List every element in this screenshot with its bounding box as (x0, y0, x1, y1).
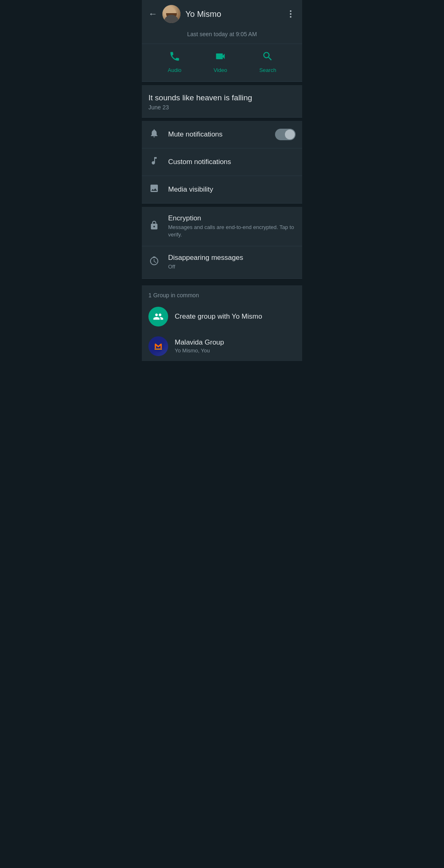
encryption-sublabel: Messages and calls are end-to-end encryp… (168, 224, 296, 238)
encryption-label: Encryption (168, 214, 296, 222)
disappearing-text: Disappearing messages Off (168, 254, 296, 271)
info-title: It sounds like heaven is falling (148, 93, 296, 102)
encryption-section: Encryption Messages and calls are end-to… (142, 207, 302, 279)
audio-label: Audio (168, 67, 181, 73)
info-section: It sounds like heaven is falling June 23 (142, 85, 302, 118)
section-divider-3 (142, 204, 302, 207)
toggle-knob (285, 130, 295, 139)
search-button[interactable]: Search (259, 51, 276, 73)
section-divider-2 (142, 118, 302, 121)
media-label: Media visibility (168, 185, 296, 194)
create-group-name: Create group with Yo Mismo (175, 312, 296, 321)
search-icon (262, 51, 273, 64)
create-group-item[interactable]: Create group with Yo Mismo (142, 302, 302, 331)
encryption-item[interactable]: Encryption Messages and calls are end-to… (142, 207, 302, 246)
section-divider-4 (142, 279, 302, 282)
custom-label: Custom notifications (168, 158, 296, 166)
mute-toggle[interactable] (275, 129, 296, 140)
malavida-group-item[interactable]: Malavida Group Yo Mismo, You (142, 331, 302, 361)
audio-call-button[interactable]: Audio (168, 51, 181, 73)
section-divider-1 (142, 82, 302, 85)
header: ← Yo Mismo (142, 0, 302, 28)
video-label: Video (214, 67, 227, 73)
create-group-avatar (148, 307, 168, 326)
media-visibility-item[interactable]: Media visibility (142, 176, 302, 203)
malavida-group-members: Yo Mismo, You (175, 347, 296, 354)
action-bar: Audio Video Search (142, 44, 302, 82)
disappearing-sublabel: Off (168, 263, 296, 271)
image-icon (148, 183, 160, 196)
music-icon (148, 156, 160, 168)
mute-label: Mute notifications (168, 130, 267, 139)
back-button[interactable]: ← (148, 9, 157, 19)
info-date: June 23 (148, 104, 296, 111)
mute-notifications-item[interactable]: Mute notifications (142, 121, 302, 148)
malavida-group-info: Malavida Group Yo Mismo, You (175, 338, 296, 354)
timer-icon (148, 256, 160, 269)
bell-icon (148, 128, 160, 141)
disappearing-messages-item[interactable]: Disappearing messages Off (142, 246, 302, 278)
avatar[interactable] (162, 5, 180, 23)
last-seen-text: Last seen today at 9:05 AM (187, 31, 257, 37)
search-label: Search (259, 67, 276, 73)
malavida-avatar (148, 336, 168, 356)
encryption-text: Encryption Messages and calls are end-to… (168, 214, 296, 238)
custom-notifications-item[interactable]: Custom notifications (142, 148, 302, 176)
phone-icon (169, 51, 180, 64)
video-icon (215, 51, 226, 64)
custom-text: Custom notifications (168, 158, 296, 166)
groups-header: 1 Group in common (142, 285, 302, 302)
malavida-group-name: Malavida Group (175, 338, 296, 347)
last-seen-bar: Last seen today at 9:05 AM (142, 28, 302, 44)
settings-section: Mute notifications Custom notifications … (142, 121, 302, 204)
more-options-button[interactable] (286, 10, 296, 18)
groups-section: 1 Group in common Create group with Yo M… (142, 285, 302, 361)
media-text: Media visibility (168, 185, 296, 194)
video-call-button[interactable]: Video (214, 51, 227, 73)
mute-text: Mute notifications (168, 130, 267, 139)
create-group-info: Create group with Yo Mismo (175, 312, 296, 321)
contact-name: Yo Mismo (185, 9, 281, 19)
disappearing-label: Disappearing messages (168, 254, 296, 262)
lock-icon (148, 220, 160, 233)
